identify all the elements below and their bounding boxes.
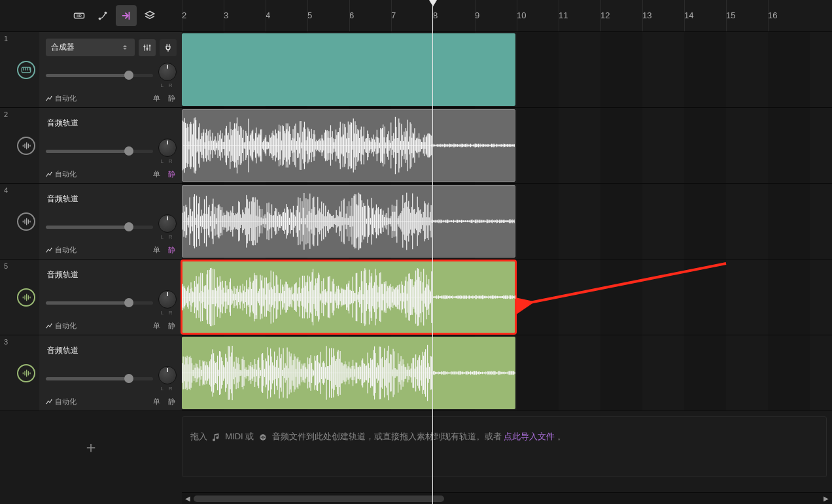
svg-rect-1355	[383, 367, 384, 379]
add-track-button[interactable]: ＋	[83, 437, 99, 458]
svg-rect-118	[263, 141, 264, 150]
svg-rect-801	[216, 291, 217, 304]
svg-rect-716	[477, 220, 478, 222]
svg-rect-576	[341, 201, 341, 241]
volume-slider[interactable]	[46, 301, 153, 305]
svg-rect-1036	[423, 282, 423, 312]
pan-knob[interactable]	[158, 366, 177, 384]
svg-rect-384	[496, 144, 496, 146]
add-track-row: ＋ 拖入 MIDI 或 音频文件到此处创建轨道，或直接拖入素材到现有轨道。或者 …	[0, 411, 832, 482]
clip-area[interactable]	[182, 184, 832, 259]
svg-rect-361	[476, 144, 476, 148]
svg-rect-371	[484, 144, 485, 146]
import-link[interactable]: 点此导入文件	[504, 431, 555, 441]
playhead[interactable]	[432, 0, 433, 504]
svg-rect-362	[476, 144, 477, 147]
track-name[interactable]: 音频轨道	[46, 266, 177, 284]
svg-rect-1474	[500, 371, 500, 375]
svg-rect-160	[300, 121, 300, 170]
clip[interactable]	[182, 261, 515, 333]
mute-button[interactable]: 静	[167, 93, 177, 103]
track-settings-button[interactable]	[139, 39, 156, 56]
drop-zone[interactable]: 拖入 MIDI 或 音频文件到此处创建轨道，或直接拖入素材到现有轨道。或者 点此…	[182, 416, 827, 477]
pan-knob[interactable]	[158, 63, 177, 81]
automation-button[interactable]: 自动化	[46, 397, 77, 407]
svg-rect-320	[440, 144, 440, 147]
curve-tool-button[interactable]	[92, 5, 113, 26]
track-name[interactable]: 音频轨道	[46, 114, 177, 132]
volume-slider[interactable]	[46, 226, 153, 229]
pan-knob[interactable]	[158, 290, 177, 309]
mute-button[interactable]: 静	[167, 321, 177, 331]
svg-rect-686	[448, 220, 449, 222]
solo-button[interactable]: 单	[152, 245, 162, 255]
volume-slider[interactable]	[46, 377, 153, 380]
scroll-right-button[interactable]: ▶	[820, 493, 832, 505]
horizontal-scrollbar[interactable]: ◀ ▶	[182, 492, 832, 504]
track-plugin-button[interactable]	[160, 39, 177, 56]
track-name[interactable]: 音频轨道	[46, 190, 177, 208]
clip[interactable]	[182, 109, 515, 182]
svg-rect-1267	[297, 358, 298, 387]
svg-rect-1241	[271, 356, 272, 389]
solo-button[interactable]: 单	[152, 397, 162, 407]
svg-rect-834	[245, 292, 246, 302]
clip[interactable]	[182, 337, 515, 409]
svg-rect-563	[328, 210, 329, 233]
svg-rect-1392	[419, 355, 420, 390]
svg-rect-1171	[203, 361, 203, 386]
volume-slider[interactable]	[46, 150, 153, 153]
svg-rect-1268	[298, 357, 298, 389]
svg-rect-1283	[313, 369, 313, 377]
svg-rect-204	[338, 132, 339, 159]
svg-rect-614	[378, 207, 379, 235]
clip-area[interactable]	[182, 260, 832, 335]
track-name[interactable]: 音频轨道	[46, 342, 177, 360]
mute-button[interactable]: 静	[167, 245, 177, 255]
svg-rect-866	[273, 272, 274, 323]
snap-tool-button[interactable]	[116, 5, 137, 26]
automation-button[interactable]: 自动化	[46, 321, 77, 331]
clip[interactable]	[182, 33, 515, 106]
scroll-left-button[interactable]: ◀	[182, 493, 194, 505]
automation-button[interactable]: 自动化	[46, 245, 77, 255]
volume-slider[interactable]	[46, 74, 153, 77]
track-name-select[interactable]: 合成器	[46, 39, 135, 56]
clip-area[interactable]	[182, 335, 832, 411]
mute-button[interactable]: 静	[167, 169, 177, 179]
solo-button[interactable]: 单	[152, 93, 162, 103]
solo-button[interactable]: 单	[152, 169, 162, 179]
svg-rect-1076	[457, 295, 458, 298]
scroll-thumb[interactable]	[194, 496, 444, 502]
svg-rect-682	[444, 220, 445, 222]
svg-rect-840	[251, 282, 251, 312]
svg-rect-172	[310, 138, 311, 152]
mute-button[interactable]: 静	[167, 397, 177, 407]
svg-rect-726	[487, 220, 488, 223]
svg-rect-524	[290, 209, 290, 234]
svg-rect-1319	[348, 366, 349, 380]
svg-rect-44	[198, 127, 199, 163]
layers-button[interactable]	[139, 5, 160, 26]
clip-area[interactable]	[182, 108, 832, 183]
timeline-ruler[interactable]: 2345678910111213141516	[182, 0, 832, 31]
clip-area[interactable]	[182, 32, 832, 107]
svg-rect-604	[368, 206, 369, 237]
svg-rect-765	[184, 288, 185, 306]
svg-rect-506	[272, 216, 273, 227]
automation-button[interactable]: 自动化	[46, 93, 77, 103]
svg-rect-1350	[378, 365, 379, 381]
pan-knob[interactable]	[158, 214, 177, 233]
hd-button[interactable]: HD	[69, 5, 90, 26]
svg-rect-283	[407, 120, 408, 171]
svg-rect-1356	[384, 348, 385, 397]
pan-knob[interactable]	[158, 139, 177, 157]
solo-button[interactable]: 单	[152, 321, 162, 331]
svg-rect-648	[411, 207, 412, 236]
svg-rect-1099	[477, 296, 478, 299]
clip[interactable]	[182, 185, 515, 258]
svg-rect-482	[249, 202, 250, 241]
automation-button[interactable]: 自动化	[46, 169, 77, 179]
svg-rect-1183	[215, 361, 215, 384]
svg-rect-1299	[328, 366, 329, 380]
